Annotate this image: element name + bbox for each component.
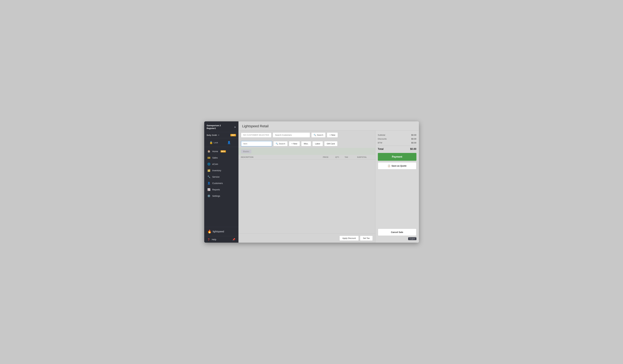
sidebar-item-sales[interactable]: 💳 Sales [204,155,239,161]
category-tag[interactable]: Blades [241,149,251,153]
col-price: PRICE [323,156,335,158]
switch-user-button[interactable]: 👤 [222,140,236,145]
sidebar-expand-icon: ▶ [235,126,236,128]
page-title: Lightspeed Retail [242,124,415,128]
lightspeed-flame-icon: 🔥 [207,230,212,234]
set-tax-button[interactable]: Set Tax [360,236,373,241]
service-icon: 🔧 [207,175,210,178]
customer-search-label: Search [317,134,323,136]
cancel-sale-button[interactable]: Cancel Sale [378,229,416,236]
total-value: $0.00 [410,148,416,150]
sidebar-item-inventory[interactable]: 🗂️ Inventory [204,167,239,174]
right-panel: Subtotal $0.00 Discounts $0.00 BTW $0.00… [375,131,419,243]
sidebar-item-label-settings: Settings [212,195,220,197]
col-subtotal: SUBTOTAL [357,156,373,158]
sidebar-item-label-sales: Sales [212,157,218,159]
subtotal-label: Subtotal [378,134,385,136]
sidebar-header[interactable]: Gameporium 2 Register1 ▶ [204,121,239,132]
col-tax: TAX [345,156,357,158]
sidebar-item-label-home: Home [212,150,218,153]
search-icon: 🔍 [313,134,316,136]
quote-icon: 📋 [388,165,390,167]
logo-text: lightspeed [213,230,224,233]
customer-search-button[interactable]: 🔍 Search [311,132,326,138]
subtotal-value: $0.00 [411,134,416,136]
subtotal-row: Subtotal $0.00 [378,133,416,137]
payment-button[interactable]: Payment [378,153,416,161]
sidebar: Gameporium 2 Register1 ▶ Betty Smith ▼ O… [204,121,239,243]
new-customer-button[interactable]: + New [327,132,338,138]
sidebar-item-customers[interactable]: 👤 Customers [204,180,239,186]
discounts-label: Discounts [378,138,387,140]
discounts-value: $0.00 [411,138,416,140]
beta-badge: BETA [221,150,226,152]
sidebar-item-label-customers: Customers [212,182,223,184]
total-row: Total $0.00 [378,147,416,151]
lock-label: Lock [214,142,218,144]
sidebar-item-label-inventory: Inventory [212,169,221,172]
col-description: DESCRIPTION [241,156,323,158]
pos-area: NO CUSTOMER SELECTED 🔍 Search + New 🔍 Se… [239,131,419,243]
totals-section: Subtotal $0.00 Discounts $0.00 BTW $0.00… [378,133,416,151]
misc-button[interactable]: Misc. [301,141,311,146]
save-quote-label: Save as Quote [392,165,407,167]
discounts-row: Discounts $0.00 [378,137,416,141]
item-search-label: Search [279,142,285,145]
app-window: Gameporium 2 Register1 ▶ Betty Smith ▼ O… [204,121,419,243]
sidebar-help[interactable]: ❓ Help 📌 [204,236,239,243]
right-panel-spacer [378,171,416,227]
apply-discount-button[interactable]: Apply Discount [339,236,359,241]
item-search-input[interactable] [241,141,272,146]
category-area: Blades [239,148,375,155]
user-name: Betty Smith [207,134,217,136]
store-name: Gameporium 2 [207,124,221,127]
table-area: DESCRIPTION PRICE QTY. TAX SUBTOTAL Appl… [239,155,375,243]
help-circle-icon: ❓ [207,238,210,241]
customer-search-input[interactable] [273,132,310,138]
save-quote-button[interactable]: 📋 Save as Quote [378,162,416,169]
switch-icon: 👤 [227,141,231,144]
item-search-icon: 🔍 [276,142,278,145]
col-qty: QTY. [335,156,345,158]
item-search-button[interactable]: 🔍 Search [273,141,288,146]
main-header: Lightspeed Retail [239,121,419,131]
pin-icon: 📌 [232,238,235,241]
language-badge[interactable]: English [408,237,416,240]
total-label: Total [378,148,384,150]
main-content: Lightspeed Retail NO CUSTOMER SELECTED 🔍… [239,121,419,243]
sidebar-logo: 🔥 lightspeed [204,227,239,236]
sidebar-actions: 🔒 Lock 👤 [204,138,239,147]
sidebar-item-label-ecom: eCom [212,163,218,165]
sidebar-user[interactable]: Betty Smith ▼ OUT [204,132,239,138]
settings-icon: ⚙️ [207,194,210,197]
customers-icon: 👤 [207,182,210,185]
sidebar-item-label-reports: Reports [212,188,220,191]
user-dropdown-icon: ▼ [218,134,220,136]
sidebar-item-reports[interactable]: 📈 Reports [204,186,239,193]
table-footer: Apply Discount Set Tax [239,234,375,243]
sales-icon: 💳 [207,156,210,159]
new-item-button[interactable]: + New [289,141,300,146]
inventory-icon: 🗂️ [207,169,210,172]
user-status-badge: OUT [230,134,236,136]
gift-card-button[interactable]: Gift Card [324,141,337,146]
sidebar-item-settings[interactable]: ⚙️ Settings [204,193,239,199]
help-label: Help [212,238,216,241]
labor-button[interactable]: Labor [312,141,323,146]
sidebar-item-home[interactable]: 🏠 Home BETA [204,148,239,155]
table-header: DESCRIPTION PRICE QTY. TAX SUBTOTAL [239,155,375,160]
sidebar-item-ecom[interactable]: 🌐 eCom [204,161,239,167]
sidebar-nav: 🏠 Home BETA 💳 Sales 🌐 eCom 🗂️ Inventory … [204,147,239,227]
sidebar-item-service[interactable]: 🔧 Service [204,174,239,180]
table-body [239,160,375,234]
ecom-icon: 🌐 [207,162,210,165]
sidebar-item-label-service: Service [212,176,220,178]
item-bar: 🔍 Search + New Misc. Labor Gift Card [239,140,375,148]
no-customer-button[interactable]: NO CUSTOMER SELECTED [241,133,271,138]
btw-row: BTW $0.00 [378,141,416,145]
lock-button[interactable]: 🔒 Lock [207,140,221,145]
customer-bar: NO CUSTOMER SELECTED 🔍 Search + New [239,131,375,140]
register-name: Register1 [207,127,221,130]
home-icon: 🏠 [207,150,210,153]
lock-icon: 🔒 [209,141,213,144]
